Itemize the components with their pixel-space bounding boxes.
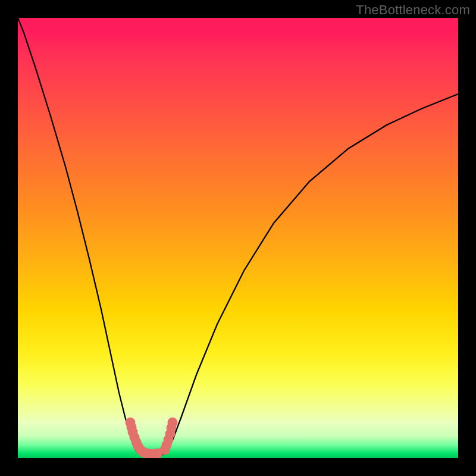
marker-dot — [168, 418, 178, 428]
plot-area — [18, 18, 458, 458]
data-point-markers — [18, 18, 458, 458]
watermark-text: TheBottleneck.com — [356, 2, 470, 18]
chart-frame: TheBottleneck.com — [0, 0, 476, 476]
